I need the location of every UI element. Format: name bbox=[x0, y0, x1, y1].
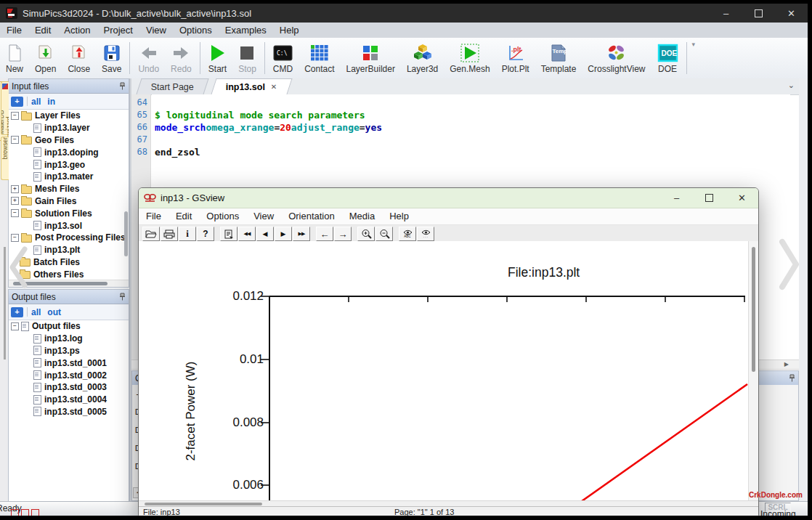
gsview-close-button[interactable]: ✕ bbox=[726, 189, 758, 208]
gsview-menu-edit[interactable]: Edit bbox=[169, 209, 199, 224]
tree-item-output-files[interactable]: −Output files bbox=[9, 320, 129, 333]
tree-item-inp13-doping[interactable]: inp13.doping bbox=[9, 146, 129, 158]
tree-item-mesh-files[interactable]: +Mesh Files bbox=[9, 183, 129, 195]
gen-mesh-button[interactable]: Gen.Mesh bbox=[444, 41, 495, 75]
options-dots-button[interactable]: . . . bbox=[417, 227, 434, 241]
add-file-button[interactable]: + bbox=[11, 307, 23, 317]
tree-item-inp13-log[interactable]: inp13.log bbox=[9, 333, 129, 345]
gsview-menu-options[interactable]: Options bbox=[199, 209, 246, 224]
input-tree-vscroll-thumb[interactable] bbox=[124, 211, 128, 256]
collapse-icon[interactable]: − bbox=[11, 209, 19, 217]
tab-list-chevron-icon[interactable]: ⌄ bbox=[788, 81, 795, 90]
tree-item-inp13-std-0005[interactable]: inp13.std_0005 bbox=[9, 406, 129, 418]
tree-item-geo-files[interactable]: −Geo Files bbox=[9, 134, 129, 147]
layer3d-button[interactable]: Layer3d bbox=[401, 41, 444, 75]
tree-item-post-processing-files[interactable]: −Post Processing Files bbox=[9, 232, 129, 244]
print-button[interactable] bbox=[161, 227, 178, 241]
tab-inp13-sol[interactable]: inp13.sol ✕ bbox=[211, 78, 293, 94]
pin-icon[interactable] bbox=[119, 82, 126, 90]
toolbar-overflow-icon[interactable]: ▾ bbox=[692, 41, 696, 48]
collapse-icon[interactable]: − bbox=[11, 112, 19, 120]
gsview-vscrollbar[interactable] bbox=[748, 241, 758, 500]
back-button[interactable]: ← bbox=[316, 227, 333, 241]
menu-examples[interactable]: Examples bbox=[219, 23, 273, 38]
gsview-vscroll-thumb[interactable] bbox=[752, 247, 755, 372]
tree-item-solution-files[interactable]: −Solution Files bbox=[9, 207, 129, 219]
new-button[interactable]: New bbox=[0, 41, 29, 75]
tree-item-inp13-std-0004[interactable]: inp13.std_0004 bbox=[9, 394, 129, 406]
tree-item-layer-files[interactable]: −Layer Files bbox=[9, 110, 129, 122]
doe-button[interactable]: DOEDOE bbox=[651, 41, 684, 75]
filter-all-link[interactable]: all bbox=[31, 97, 41, 107]
start-button[interactable]: Start bbox=[203, 41, 232, 75]
tab-start-page[interactable]: Start Page bbox=[136, 78, 208, 94]
expand-icon[interactable]: + bbox=[11, 197, 19, 205]
close-button[interactable]: ✕ bbox=[775, 4, 808, 23]
expand-icon[interactable]: + bbox=[11, 185, 19, 193]
menu-options[interactable]: Options bbox=[173, 23, 219, 38]
minimize-button[interactable]: – bbox=[710, 4, 742, 23]
scroll-right-icon[interactable]: ▶ bbox=[784, 361, 789, 367]
collapse-icon[interactable]: − bbox=[11, 322, 19, 330]
tree-item-inp13-mater[interactable]: inp13.mater bbox=[9, 171, 129, 183]
gsview-minimize-button[interactable]: – bbox=[660, 189, 693, 208]
open-button[interactable]: Open bbox=[29, 41, 62, 75]
right-tab-wizard[interactable]: MaterDB wizard bbox=[1, 81, 9, 135]
info-button[interactable]: i bbox=[179, 227, 196, 241]
gsview-title-bar[interactable]: inp13 - GSview – ✕ bbox=[139, 188, 758, 208]
tree-item-inp13-std-0003[interactable]: inp13.std_0003 bbox=[9, 381, 129, 394]
gsview-maximize-button[interactable] bbox=[693, 189, 726, 208]
tab-close-icon[interactable]: ✕ bbox=[271, 83, 277, 91]
tree-item-inp13-ps[interactable]: inp13.ps bbox=[9, 345, 129, 357]
layerbuilder-button[interactable]: LayerBuilder bbox=[341, 41, 401, 75]
last-page-button[interactable]: ▶▶ bbox=[293, 227, 310, 241]
crosslightview-button[interactable]: CrosslightView bbox=[582, 41, 651, 75]
filter-all-link[interactable]: all bbox=[31, 307, 41, 317]
maximize-button[interactable] bbox=[742, 4, 775, 23]
first-page-button[interactable]: ◀◀ bbox=[238, 227, 256, 241]
help-button[interactable]: ? bbox=[197, 227, 214, 241]
find-text-button[interactable]: ABC bbox=[399, 227, 416, 241]
tree-item-gain-files[interactable]: +Gain Files bbox=[9, 195, 129, 208]
nav-right-chevron-icon[interactable] bbox=[777, 238, 800, 291]
tree-item-inp13-layer[interactable]: inp13.layer bbox=[9, 122, 129, 134]
filter-in-link[interactable]: in bbox=[47, 97, 55, 107]
tree-item-inp13-std-0001[interactable]: inp13.std_0001 bbox=[9, 357, 129, 369]
gsview-menu-help[interactable]: Help bbox=[382, 209, 416, 224]
template-button[interactable]: TempTemplate bbox=[535, 41, 582, 75]
zoom-out-button[interactable] bbox=[375, 227, 393, 241]
menu-help[interactable]: Help bbox=[273, 23, 306, 38]
zoom-in-button[interactable] bbox=[357, 227, 375, 241]
collapse-icon[interactable]: − bbox=[11, 234, 19, 242]
menu-edit[interactable]: Edit bbox=[28, 23, 57, 38]
plot-plt-button[interactable]: .pltPlot.Plt bbox=[496, 41, 535, 75]
right-tab-browser[interactable]: browser bbox=[1, 137, 9, 180]
menu-project[interactable]: Project bbox=[97, 23, 139, 38]
editor-vscroll-thumb[interactable] bbox=[4, 247, 6, 359]
collapse-icon[interactable]: − bbox=[11, 136, 19, 144]
tree-item-inp13-geo[interactable]: inp13.geo bbox=[9, 158, 129, 171]
nav-left-chevron-icon[interactable] bbox=[9, 245, 29, 289]
tree-item-inp13-sol[interactable]: inp13.sol bbox=[9, 219, 129, 232]
gsview-menu-view[interactable]: View bbox=[246, 209, 281, 224]
next-page-button[interactable]: ▶ bbox=[275, 227, 292, 241]
save-button[interactable]: Save bbox=[96, 41, 127, 75]
tree-item-inp13-std-0002[interactable]: inp13.std_0002 bbox=[9, 369, 129, 381]
gsview-menu-file[interactable]: File bbox=[139, 209, 169, 224]
open-button[interactable] bbox=[142, 227, 160, 241]
contact-button[interactable]: Contact bbox=[299, 41, 340, 75]
filter-out-link[interactable]: out bbox=[47, 307, 61, 317]
gsview-menu-orientation[interactable]: Orientation bbox=[281, 209, 342, 224]
pin-icon[interactable] bbox=[789, 374, 795, 382]
forward-button[interactable]: → bbox=[334, 227, 352, 241]
menu-action[interactable]: Action bbox=[57, 23, 97, 38]
gsview-document[interactable]: File:inp13.plt 0.012 0.01 0.008 0.006 2-… bbox=[139, 241, 758, 500]
menu-file[interactable]: File bbox=[0, 23, 28, 38]
gsview-menu-media[interactable]: Media bbox=[342, 209, 382, 224]
add-file-button[interactable]: + bbox=[11, 97, 23, 107]
pin-icon[interactable] bbox=[119, 293, 126, 301]
pages-button[interactable] bbox=[220, 227, 237, 241]
gsview-hscroll-thumb[interactable] bbox=[145, 503, 262, 505]
close-button[interactable]: Close bbox=[62, 41, 96, 75]
menu-view[interactable]: View bbox=[139, 23, 173, 38]
